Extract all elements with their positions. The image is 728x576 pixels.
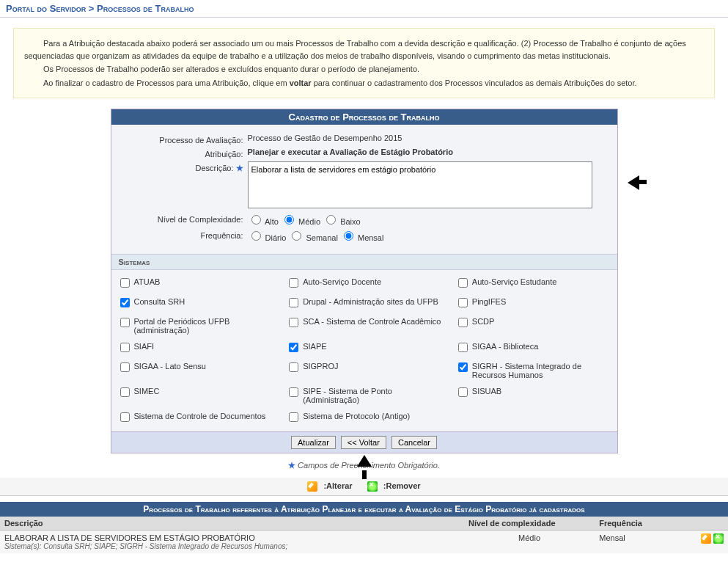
sistema-label: SISUAB bbox=[472, 387, 611, 395]
sistema-label: Sistema de Protocolo (Antigo) bbox=[303, 412, 442, 420]
cell-nivel: Médio bbox=[464, 531, 595, 554]
sistema-item: PingIFES bbox=[455, 297, 611, 310]
annotation-arrow-left-icon bbox=[620, 172, 647, 195]
delete-icon bbox=[367, 481, 378, 492]
sistema-label: SIGPROJ bbox=[303, 362, 442, 371]
label-nivel: Nível de Complexidade: bbox=[119, 213, 248, 224]
sistema-checkbox[interactable] bbox=[120, 412, 130, 422]
sistema-item: SIGAA - Lato Sensu bbox=[117, 362, 273, 379]
legend-alterar: :Alterar bbox=[323, 481, 352, 490]
table-body: ELABORAR A LISTA DE SERVIDORES EM ESTÁGI… bbox=[0, 531, 728, 554]
freq-radios: Diário Semanal Mensal bbox=[248, 229, 610, 242]
sistema-checkbox[interactable] bbox=[289, 298, 298, 307]
sistema-label: Auto-Serviço Docente bbox=[303, 277, 442, 286]
sistema-item: SIGPROJ bbox=[286, 362, 442, 379]
radio-mensal[interactable] bbox=[344, 231, 353, 241]
th-descricao: Descrição bbox=[0, 517, 464, 531]
sistema-label: SIGAA - Lato Sensu bbox=[134, 362, 273, 371]
sistema-checkbox[interactable] bbox=[458, 387, 468, 397]
voltar-button[interactable]: << Voltar bbox=[341, 436, 386, 449]
sistemas-header: Sistemas bbox=[111, 254, 617, 270]
sistema-checkbox[interactable] bbox=[458, 278, 468, 288]
radio-alto[interactable] bbox=[251, 215, 261, 225]
sistema-item: Auto-Serviço Estudante bbox=[455, 277, 611, 290]
cancelar-button[interactable]: Cancelar bbox=[391, 436, 437, 449]
sistema-label: SIAFI bbox=[134, 342, 273, 351]
sistema-checkbox[interactable] bbox=[289, 278, 298, 288]
sistema-label: ATUAB bbox=[134, 277, 273, 286]
required-note: ★ Campos de Preenchimento Obrigatório. bbox=[0, 461, 728, 470]
sistema-checkbox[interactable] bbox=[458, 362, 468, 372]
row-edit-icon[interactable] bbox=[701, 533, 711, 544]
legend-row: :Alterar :Remover bbox=[0, 478, 728, 496]
sistema-checkbox[interactable] bbox=[458, 298, 468, 307]
label-frequencia: Frequência: bbox=[119, 229, 248, 240]
sistema-label: SIMEC bbox=[134, 387, 273, 395]
edit-icon bbox=[307, 481, 317, 492]
sistema-item: SIAFI bbox=[117, 342, 273, 354]
sistema-label: Drupal - Administração sites da UFPB bbox=[303, 297, 442, 306]
info-paragraph-3: Ao finalizar o cadastro de Processos par… bbox=[24, 77, 704, 90]
sistema-item: SIPE - Sistema de Ponto (Administração) bbox=[286, 387, 442, 404]
sistema-item: SIGRH - Sistema Integrado de Recursos Hu… bbox=[455, 362, 611, 379]
sistema-label: PingIFES bbox=[472, 297, 611, 306]
value-processo: Processo de Gestão de Desempenho 2015 bbox=[248, 134, 610, 142]
sistema-label: Auto-Serviço Estudante bbox=[472, 277, 611, 286]
sistema-item: SCA - Sistema de Controle Acadêmico bbox=[286, 317, 442, 335]
sistemas-grid: ATUABAuto-Serviço DocenteAuto-Serviço Es… bbox=[111, 274, 617, 431]
radio-diario[interactable] bbox=[251, 231, 261, 241]
sistema-item: SIAPE bbox=[286, 342, 442, 354]
th-nivel: Nível de complexidade bbox=[464, 517, 595, 531]
sistema-checkbox[interactable] bbox=[289, 412, 298, 422]
row-delete-icon[interactable] bbox=[713, 533, 724, 544]
panel-title: Cadastro de Processos de Trabalho bbox=[111, 109, 617, 125]
cell-sistemas: Sistema(s): Consulta SRH; SIAPE; SIGRH -… bbox=[4, 542, 460, 550]
sistema-label: Consulta SRH bbox=[134, 297, 273, 306]
sistema-checkbox[interactable] bbox=[120, 278, 130, 288]
sistema-label: SIAPE bbox=[303, 342, 442, 351]
info-box: Para a Atribuição destacada abaixo poder… bbox=[13, 28, 715, 98]
form-panel: Cadastro de Processos de Trabalho Proces… bbox=[111, 109, 618, 453]
sistema-label: SIGRH - Sistema Integrado de Recursos Hu… bbox=[472, 362, 611, 379]
sistema-item: Portal de Periódicos UFPB (administração… bbox=[117, 317, 273, 335]
cell-freq: Mensal bbox=[595, 531, 696, 554]
sistema-checkbox[interactable] bbox=[289, 318, 298, 327]
descricao-textarea[interactable] bbox=[248, 161, 592, 208]
th-freq: Frequência bbox=[595, 517, 696, 531]
sistema-item: Drupal - Administração sites da UFPB bbox=[286, 297, 442, 310]
sistema-item: Auto-Serviço Docente bbox=[286, 277, 442, 290]
sistema-checkbox[interactable] bbox=[120, 318, 130, 327]
info-paragraph-1: Para a Atribuição destacada abaixo poder… bbox=[24, 37, 704, 62]
sistema-checkbox[interactable] bbox=[289, 343, 298, 352]
breadcrumb: Portal do Servidor > Processos de Trabal… bbox=[0, 0, 728, 18]
sistema-checkbox[interactable] bbox=[120, 298, 130, 307]
sistema-item: ATUAB bbox=[117, 277, 273, 290]
atualizar-button[interactable]: Atualizar bbox=[291, 436, 336, 449]
sistema-label: SCDP bbox=[472, 317, 611, 326]
sistema-label: SIPE - Sistema de Ponto (Administração) bbox=[303, 387, 442, 404]
sistema-label: Portal de Periódicos UFPB (administração… bbox=[134, 317, 273, 335]
sistema-checkbox[interactable] bbox=[120, 343, 130, 352]
sistema-checkbox[interactable] bbox=[458, 343, 468, 352]
legend-remover: :Remover bbox=[383, 481, 421, 490]
sistema-checkbox[interactable] bbox=[120, 362, 130, 372]
sistema-checkbox[interactable] bbox=[120, 387, 130, 397]
sistema-checkbox[interactable] bbox=[289, 362, 298, 372]
processos-table: Descrição Nível de complexidade Frequênc… bbox=[0, 517, 728, 553]
th-actions bbox=[696, 517, 728, 531]
button-row: Atualizar << Voltar Cancelar bbox=[111, 431, 617, 453]
cell-descricao: ELABORAR A LISTA DE SERVIDORES EM ESTÁGI… bbox=[0, 531, 464, 554]
table-panel: Processos de Trabalho referentes à Atrib… bbox=[0, 502, 728, 553]
sistema-item: SIMEC bbox=[117, 387, 273, 404]
radio-baixo[interactable] bbox=[326, 215, 336, 225]
radio-medio[interactable] bbox=[284, 215, 294, 225]
sistema-item: SISUAB bbox=[455, 387, 611, 404]
cell-actions bbox=[696, 531, 728, 554]
table-row: ELABORAR A LISTA DE SERVIDORES EM ESTÁGI… bbox=[0, 531, 728, 554]
table-title: Processos de Trabalho referentes à Atrib… bbox=[0, 502, 728, 517]
radio-semanal[interactable] bbox=[292, 231, 301, 241]
sistema-checkbox[interactable] bbox=[289, 387, 298, 397]
sistema-checkbox[interactable] bbox=[458, 318, 468, 327]
sistema-item: Sistema de Controle de Documentos bbox=[117, 412, 273, 424]
label-atribuicao: Atribuição: bbox=[119, 147, 248, 158]
